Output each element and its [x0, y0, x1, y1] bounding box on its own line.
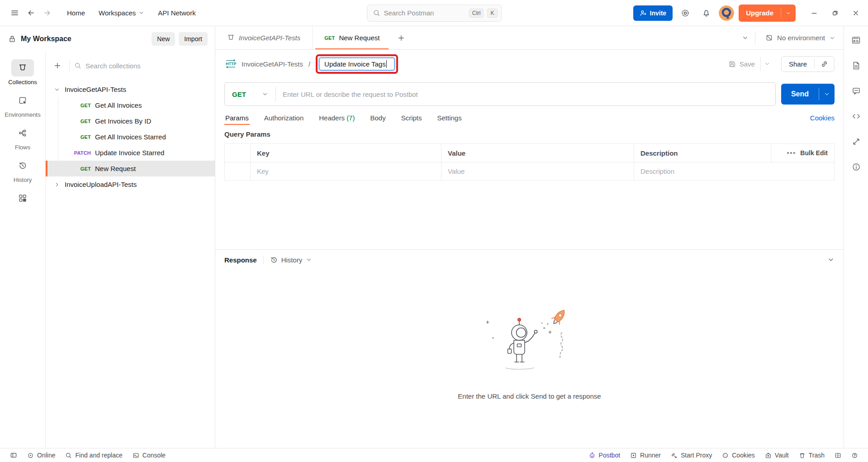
runner-button[interactable]: Runner: [626, 452, 665, 459]
upgrade-caret[interactable]: [781, 5, 796, 22]
copy-link-button[interactable]: [815, 57, 834, 71]
sidebar-item-environments[interactable]: Environments: [0, 89, 45, 121]
postbot-button[interactable]: Postbot: [584, 452, 625, 459]
request-name-input[interactable]: Update Invoice Tags: [318, 57, 395, 71]
sidebar-item-more[interactable]: [0, 186, 45, 210]
tab-overflow-chevron-icon[interactable]: [742, 34, 749, 41]
collections-search[interactable]: [74, 62, 210, 70]
nav-back-button[interactable]: [23, 5, 39, 21]
method-selector[interactable]: GET: [225, 90, 275, 98]
sidebar-item-collections[interactable]: Collections: [0, 56, 45, 89]
environment-selector[interactable]: No environment: [762, 31, 839, 44]
add-collection-button[interactable]: [50, 58, 65, 73]
description-input[interactable]: Description: [634, 162, 834, 180]
chevron-down-icon: [262, 91, 268, 97]
send-options-button[interactable]: [819, 84, 835, 105]
url-input[interactable]: [276, 90, 775, 98]
console-button[interactable]: Console: [128, 452, 170, 459]
request-name: New Request: [95, 165, 136, 172]
comments-button[interactable]: [852, 86, 861, 95]
start-proxy-button[interactable]: Start Proxy: [666, 452, 716, 459]
send-button[interactable]: Send: [781, 84, 835, 105]
postbot-icon: [588, 452, 596, 459]
cookies-link[interactable]: Cookies: [810, 114, 835, 122]
save-options-button[interactable]: [760, 57, 774, 71]
trash-button[interactable]: Trash: [794, 452, 829, 459]
workspace-title[interactable]: My Workspace: [21, 35, 71, 43]
new-tab-button[interactable]: [391, 26, 411, 49]
main-menu-button[interactable]: [6, 5, 23, 21]
request-get-invoices-by-id[interactable]: GET Get Invoices By ID: [46, 113, 215, 129]
nav-forward-button[interactable]: [39, 5, 55, 21]
documentation-button[interactable]: [852, 61, 861, 70]
help-button[interactable]: [847, 452, 863, 459]
key-input[interactable]: Key: [250, 162, 441, 180]
find-replace-button[interactable]: Find and replace: [61, 452, 127, 459]
request-info-button[interactable]: [852, 162, 861, 171]
avatar[interactable]: [719, 5, 734, 21]
connection-status[interactable]: Online: [23, 452, 60, 459]
nav-workspaces[interactable]: Workspaces: [93, 5, 150, 20]
sidebar-item-history[interactable]: History: [0, 154, 45, 186]
chevron-down-icon: [764, 61, 770, 67]
collapse-response-button[interactable]: [827, 256, 835, 263]
send-label: Send: [781, 84, 819, 105]
settings-button[interactable]: [677, 5, 693, 21]
save-icon: [728, 60, 736, 68]
request-new-request[interactable]: GET New Request: [46, 161, 215, 176]
window-close-button[interactable]: [845, 3, 866, 24]
request-update-invoice-starred[interactable]: PATCH Update Invoice Starred: [46, 145, 215, 161]
code-snippet-button[interactable]: [852, 112, 861, 121]
collection-name: InvoiceGetAPI-Tests: [65, 86, 126, 93]
restore-icon: [831, 9, 839, 17]
share-button[interactable]: Share: [782, 57, 814, 71]
environment-quick-look-button[interactable]: [851, 35, 861, 45]
collection-invoiceget[interactable]: InvoiceGetAPI-Tests: [46, 81, 215, 97]
collections-search-input[interactable]: [85, 62, 210, 70]
person-plus-icon: [640, 10, 647, 17]
response-section: Response History: [215, 249, 844, 448]
console-icon: [133, 452, 139, 459]
status-bar: Online Find and replace Console Postbot …: [0, 448, 868, 462]
nav-home[interactable]: Home: [62, 5, 90, 20]
upgrade-button[interactable]: Upgrade: [739, 5, 796, 22]
breadcrumb-collection[interactable]: InvoiceGetAPI-Tests: [242, 60, 303, 68]
global-search[interactable]: Search Postman Ctrl K: [367, 5, 502, 22]
tab-authorization[interactable]: Authorization: [263, 108, 305, 128]
collection-invoiceupload[interactable]: InvoiceUploadAPI-Tests: [46, 176, 215, 192]
request-get-all-invoices-starred[interactable]: GET Get All Invoices Starred: [46, 129, 215, 145]
window-restore-button[interactable]: [825, 3, 845, 24]
tab-body[interactable]: Body: [369, 108, 386, 128]
window-minimize-button[interactable]: [804, 3, 825, 24]
panel-layout-button[interactable]: [830, 452, 846, 459]
request-get-all-invoices[interactable]: GET Get All Invoices: [46, 97, 215, 113]
bulk-edit-button[interactable]: Bulk Edit: [771, 144, 834, 162]
response-header: Response History: [215, 250, 844, 270]
notifications-button[interactable]: [698, 5, 714, 21]
tab-scripts[interactable]: Scripts: [400, 108, 423, 128]
vault-label: Vault: [775, 452, 789, 459]
new-button[interactable]: New: [152, 32, 175, 46]
import-button[interactable]: Import: [179, 32, 208, 46]
share-group: Share: [781, 56, 835, 72]
value-input[interactable]: Value: [441, 162, 634, 180]
tab-settings[interactable]: Settings: [436, 108, 463, 128]
save-button[interactable]: Save: [726, 60, 757, 68]
sidebar-item-flows[interactable]: Flows: [0, 121, 45, 154]
request-resize-button[interactable]: [852, 137, 861, 146]
tab-params[interactable]: Params: [224, 108, 250, 128]
vault-button[interactable]: Vault: [760, 452, 793, 459]
row-checkbox-cell[interactable]: [225, 162, 250, 180]
split-panel-icon: [835, 452, 841, 459]
toggle-sidebar-button[interactable]: [5, 452, 22, 459]
tab-headers[interactable]: Headers (7): [318, 108, 356, 128]
tab-new-request[interactable]: GET New Request: [313, 26, 391, 49]
invite-button[interactable]: Invite: [633, 5, 673, 21]
tab-collection[interactable]: InvoiceGetAPI-Tests: [215, 26, 313, 49]
response-history-button[interactable]: History: [270, 256, 313, 264]
cookies-button[interactable]: Cookies: [717, 452, 759, 459]
nav-api-network[interactable]: API Network: [152, 5, 201, 20]
chevron-down-icon: [824, 91, 830, 97]
url-row: GET Send: [215, 81, 844, 107]
link-icon: [821, 60, 828, 68]
